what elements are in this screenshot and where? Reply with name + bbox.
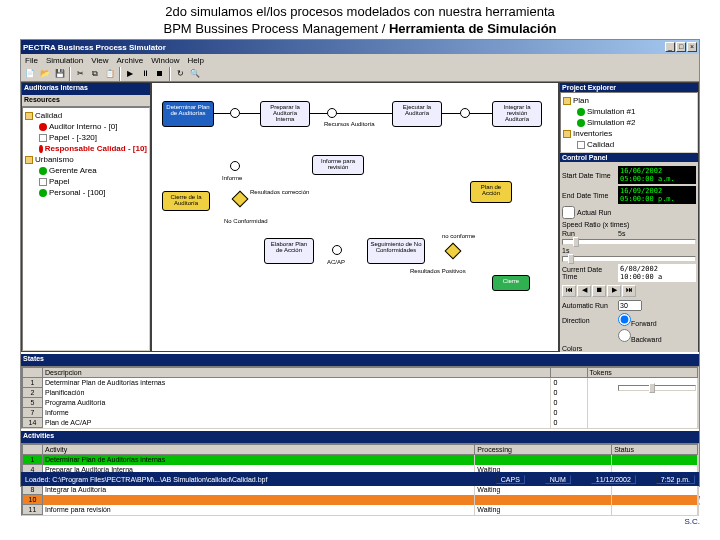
- tree-item[interactable]: Plan: [563, 95, 695, 106]
- tb-paste-icon[interactable]: 📋: [103, 67, 117, 81]
- toolbar: 📄 📂 💾 ✂ ⧉ 📋 ▶ ⏸ ⏹ ↻ 🔍: [21, 66, 699, 82]
- menu-simulation[interactable]: Simulation: [46, 56, 83, 65]
- label-resultados: Resultados corrección: [250, 189, 309, 195]
- tree-item[interactable]: Inventories: [563, 128, 695, 139]
- status-caps: CAPS: [496, 475, 525, 484]
- table-row[interactable]: 5Programa Auditoría0: [23, 398, 698, 408]
- window-title: PECTRA Business Process Simulator: [23, 43, 166, 52]
- radio-forward[interactable]: [618, 313, 631, 326]
- table-row[interactable]: 7Informe0: [23, 408, 698, 418]
- label-noconf: No Conformidad: [224, 218, 268, 224]
- vcr-stop-icon[interactable]: ⏹: [592, 285, 606, 297]
- label-direction: Direction: [562, 317, 616, 324]
- value-start-date[interactable]: 16/06/2002 05:00:00 a.m.: [618, 166, 696, 184]
- node-ejecutar[interactable]: Ejecutar la Auditoría: [392, 101, 442, 127]
- tree-icon: [563, 97, 571, 105]
- minimize-button[interactable]: _: [665, 42, 675, 52]
- tree-icon: [577, 119, 585, 127]
- ctrl-title: Control Panel: [560, 153, 698, 162]
- tree-item[interactable]: Papel: [25, 176, 147, 187]
- slide-subtitle: BPM Bussines Process Management / Herram…: [0, 21, 720, 39]
- tb-play-icon[interactable]: ▶: [123, 67, 137, 81]
- menu-archive[interactable]: Archive: [116, 56, 143, 65]
- process-canvas[interactable]: Determinar Plan de Auditorías Preparar l…: [151, 82, 559, 352]
- states-grid[interactable]: DescripcionTokens1Determinar Plan de Aud…: [21, 366, 699, 429]
- col-header[interactable]: Tokens: [587, 368, 697, 378]
- tb-save-icon[interactable]: 💾: [53, 67, 67, 81]
- node-elaborar[interactable]: Elaborar Plan de Acción: [264, 238, 314, 264]
- tree-item[interactable]: Calidad: [25, 110, 147, 121]
- tree-item[interactable]: Auditor Interno - [0]: [25, 121, 147, 132]
- tb-refresh-icon[interactable]: ↻: [173, 67, 187, 81]
- tb-stop-icon[interactable]: ⏹: [153, 67, 167, 81]
- table-row[interactable]: 1Determinar Plan de Auditorías internas0: [23, 378, 698, 388]
- tree-icon: [39, 178, 47, 186]
- radio-backward[interactable]: [618, 329, 631, 342]
- table-row[interactable]: 10: [23, 495, 698, 505]
- node-cierre[interactable]: Cierre de la Auditoría: [162, 191, 210, 211]
- sim-slider[interactable]: [562, 256, 696, 262]
- col-header[interactable]: [23, 445, 43, 455]
- tb-pause-icon[interactable]: ⏸: [138, 67, 152, 81]
- col-header[interactable]: Processing: [475, 445, 612, 455]
- table-row[interactable]: 14Plan de AC/AP0: [23, 418, 698, 428]
- table-row[interactable]: 1Determinar Plan de Auditorías internas: [23, 455, 698, 465]
- vcr-fwd-icon[interactable]: ⏭: [622, 285, 636, 297]
- tree-item[interactable]: Simulation #2: [563, 117, 695, 128]
- tb-open-icon[interactable]: 📂: [38, 67, 52, 81]
- diamond-icon: [445, 243, 462, 260]
- value-end-date[interactable]: 16/09/2002 05:00:00 p.m.: [618, 186, 696, 204]
- maximize-button[interactable]: □: [676, 42, 686, 52]
- vcr-play-icon[interactable]: ▶: [607, 285, 621, 297]
- label-curr-date: Current Date Time: [562, 266, 616, 280]
- tb-copy-icon[interactable]: ⧉: [88, 67, 102, 81]
- table-row[interactable]: 8Integrar la AuditoríaWaiting: [23, 485, 698, 495]
- tree-item[interactable]: Calidad: [563, 139, 695, 150]
- value-run: 5s: [618, 230, 625, 237]
- tree-item[interactable]: Gerente Area: [25, 165, 147, 176]
- label-actual-run: Actual Run: [577, 209, 611, 216]
- line-slider[interactable]: [618, 385, 696, 391]
- menu-help[interactable]: Help: [188, 56, 204, 65]
- resource-tree[interactable]: CalidadAuditor Interno - [0]Papel - [-32…: [22, 107, 150, 351]
- table-row[interactable]: 2Planificación0: [23, 388, 698, 398]
- menu-window[interactable]: Window: [151, 56, 179, 65]
- menu-view[interactable]: View: [91, 56, 108, 65]
- col-header[interactable]: Activity: [43, 445, 475, 455]
- col-header[interactable]: [23, 368, 43, 378]
- node-preparar[interactable]: Preparar la Auditoría Interna: [260, 101, 310, 127]
- col-header[interactable]: Descripcion: [43, 368, 551, 378]
- label-end-date: End Date Time: [562, 192, 616, 199]
- label-auto: Automatic Run: [562, 302, 616, 309]
- node-start[interactable]: Determinar Plan de Auditorías: [162, 101, 214, 127]
- node-plan-accion[interactable]: Plan de Acción: [470, 181, 512, 203]
- col-header[interactable]: Status: [612, 445, 698, 455]
- tree-item[interactable]: Personal - [100]: [25, 187, 147, 198]
- project-tree[interactable]: PlanSimulation #1Simulation #2Inventorie…: [560, 92, 698, 153]
- status-date: 11/12/2002: [591, 475, 636, 484]
- vcr-back-icon[interactable]: ◀: [577, 285, 591, 297]
- titlebar: PECTRA Business Process Simulator _ □ ×: [21, 40, 699, 54]
- tree-item[interactable]: Responsable Calidad - [10]: [25, 143, 147, 154]
- auto-run-input[interactable]: [618, 300, 642, 311]
- actual-run-checkbox[interactable]: [562, 206, 575, 219]
- node-cierre2[interactable]: Cierre: [492, 275, 530, 291]
- node-integrar[interactable]: Integrar la revisión Auditoría: [492, 101, 542, 127]
- value-curr-date: 6/08/2002 10:00:00 a: [618, 264, 696, 282]
- tree-item[interactable]: Papel - [-320]: [25, 132, 147, 143]
- tb-zoom-icon[interactable]: 🔍: [188, 67, 202, 81]
- tree-item[interactable]: Simulation #1: [563, 106, 695, 117]
- tree-icon: [577, 141, 585, 149]
- close-button[interactable]: ×: [687, 42, 697, 52]
- bottom-grids: States DescripcionTokens1Determinar Plan…: [21, 352, 699, 482]
- col-header[interactable]: [551, 368, 587, 378]
- menu-file[interactable]: File: [25, 56, 38, 65]
- tb-new-icon[interactable]: 📄: [23, 67, 37, 81]
- table-row[interactable]: 11Informe para revisiónWaiting: [23, 505, 698, 515]
- speed-slider[interactable]: [562, 239, 696, 245]
- tb-cut-icon[interactable]: ✂: [73, 67, 87, 81]
- vcr-rewind-icon[interactable]: ⏮: [562, 285, 576, 297]
- node-seguimiento[interactable]: Seguimiento de No Conformidades: [367, 238, 425, 264]
- node-informe-rev[interactable]: Informe para revisión: [312, 155, 364, 175]
- tree-item[interactable]: Urbanismo: [25, 154, 147, 165]
